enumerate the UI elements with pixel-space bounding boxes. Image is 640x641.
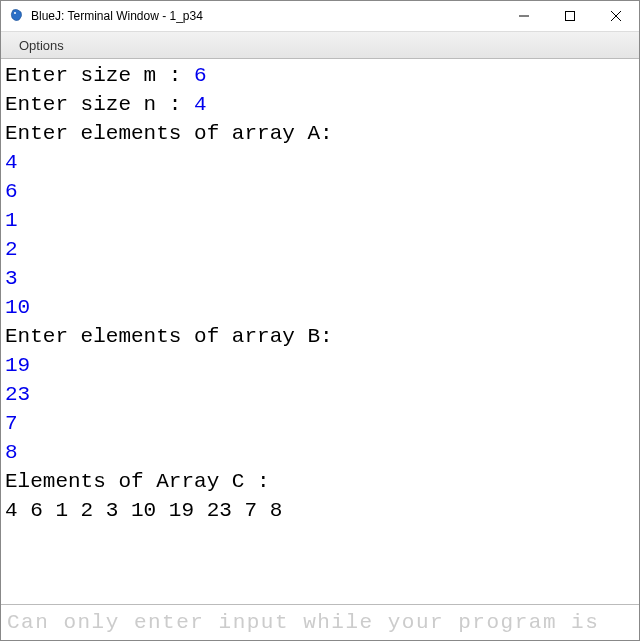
maximize-button[interactable] bbox=[547, 1, 593, 31]
terminal-line: 23 bbox=[5, 380, 635, 409]
user-input: 8 bbox=[5, 441, 18, 464]
terminal-line: 6 bbox=[5, 177, 635, 206]
minimize-button[interactable] bbox=[501, 1, 547, 31]
user-input: 6 bbox=[5, 180, 18, 203]
menubar: Options bbox=[1, 31, 639, 59]
terminal-line: Enter size n : 4 bbox=[5, 90, 635, 119]
terminal-line: 3 bbox=[5, 264, 635, 293]
window-title: BlueJ: Terminal Window - 1_p34 bbox=[31, 9, 501, 23]
user-input: 6 bbox=[194, 64, 207, 87]
user-input: 3 bbox=[5, 267, 18, 290]
svg-point-0 bbox=[14, 12, 16, 14]
terminal-line: Enter size m : 6 bbox=[5, 61, 635, 90]
terminal-line: 10 bbox=[5, 293, 635, 322]
terminal-line: Enter elements of array B: bbox=[5, 322, 635, 351]
terminal-line: 2 bbox=[5, 235, 635, 264]
user-input: 23 bbox=[5, 383, 30, 406]
svg-rect-2 bbox=[566, 12, 575, 21]
user-input: 10 bbox=[5, 296, 30, 319]
window-controls bbox=[501, 1, 639, 31]
titlebar: BlueJ: Terminal Window - 1_p34 bbox=[1, 1, 639, 31]
terminal-line: 1 bbox=[5, 206, 635, 235]
terminal-line: Enter elements of array A: bbox=[5, 119, 635, 148]
terminal-line: 7 bbox=[5, 409, 635, 438]
user-input: 4 bbox=[194, 93, 207, 116]
terminal-line: 19 bbox=[5, 351, 635, 380]
user-input: 7 bbox=[5, 412, 18, 435]
terminal-line: 8 bbox=[5, 438, 635, 467]
user-input: 4 bbox=[5, 151, 18, 174]
menu-options[interactable]: Options bbox=[11, 36, 72, 55]
bluej-icon bbox=[9, 8, 25, 24]
user-input: 1 bbox=[5, 209, 18, 232]
program-output: Enter size m : bbox=[5, 64, 194, 87]
program-output: Elements of Array C : bbox=[5, 470, 270, 493]
terminal-line: Elements of Array C : bbox=[5, 467, 635, 496]
input-hint: Can only enter input while your program … bbox=[7, 611, 599, 634]
footer-input-area[interactable]: Can only enter input while your program … bbox=[1, 604, 639, 639]
terminal-line: 4 6 1 2 3 10 19 23 7 8 bbox=[5, 496, 635, 525]
terminal-line: 4 bbox=[5, 148, 635, 177]
close-button[interactable] bbox=[593, 1, 639, 31]
program-output: Enter elements of array A: bbox=[5, 122, 333, 145]
program-output: 4 6 1 2 3 10 19 23 7 8 bbox=[5, 499, 282, 522]
terminal-output: Enter size m : 6Enter size n : 4Enter el… bbox=[1, 59, 639, 604]
program-output: Enter elements of array B: bbox=[5, 325, 333, 348]
user-input: 2 bbox=[5, 238, 18, 261]
user-input: 19 bbox=[5, 354, 30, 377]
program-output: Enter size n : bbox=[5, 93, 194, 116]
